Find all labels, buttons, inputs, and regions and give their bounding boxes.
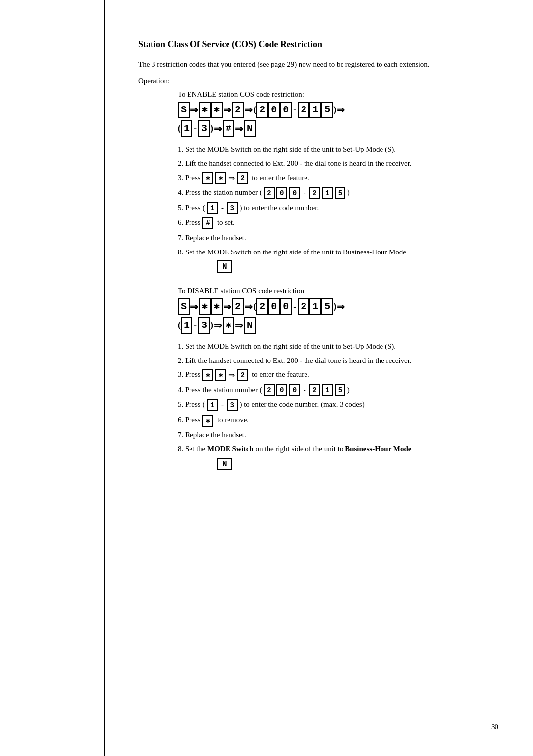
page-number: 30 [491,723,498,731]
left-border [104,0,105,756]
key-star-dis1: ✱ [202,369,213,381]
key-3-d: 3 [198,317,210,334]
key-star-e1: ✱ [202,172,213,184]
key-1-d: 1 [181,317,192,334]
key-1b: 1 [181,120,192,137]
key-0b: 0 [280,102,292,118]
disable-label: To DISABLE station COS code restriction [178,287,474,295]
dis-step-8: 8. Set the MODE Switch on the right side… [178,443,474,455]
dis-step-2: 2. Lift the handset connected to Ext. 20… [178,355,474,366]
mode-n-enable: N [217,260,474,273]
key-2c: 2 [298,102,309,118]
disable-key-sequence: S ⇒ ✱ ✱ ⇒ 2 ⇒ ( 2 0 0 - 2 1 5 ) ⇒ [178,298,474,334]
step-5: 5. Press ( 1 - 3 ) to enter the code num… [178,202,474,215]
key-2-dis: 2 [237,369,248,381]
dis-step-7: 7. Replace the handset. [178,430,474,441]
content: Station Class Of Service (COS) Code Rest… [138,39,474,470]
key-5-d: 5 [321,298,333,315]
intro-text: The 3 restriction codes that you entered… [138,59,474,70]
key-5-dis-s: 5 [335,384,345,396]
key-1-d: 1 [309,298,321,315]
dis-step-6: 6. Press ✱ to remove. [178,414,474,427]
mode-n-disable: N [217,458,474,470]
key-0a: 0 [268,102,280,118]
key-star-dis2: ✱ [215,369,226,381]
key-2a: 2 [232,102,244,118]
key-star1: ✱ [199,102,211,118]
key-3a: 3 [198,120,210,137]
key-1-dis-c: 1 [207,399,218,411]
key-5-s: 5 [335,187,345,199]
key-0-d1: 0 [268,298,280,315]
dis-step-5: 5. Press ( 1 - 3 ) to enter the code num… [178,399,474,411]
key-2-s: 2 [264,187,275,199]
step-6: 6. Press # to set. [178,217,474,229]
disable-steps: 1. Set the MODE Switch on the right side… [178,341,474,470]
operation-label: Operation: [138,77,474,85]
enable-label: To ENABLE station COS code restriction: [178,90,474,99]
step-7: 7. Replace the handset. [178,232,474,244]
dis-step-1: 1. Set the MODE Switch on the right side… [178,341,474,352]
key-2-d: 2 [232,298,244,315]
key-3-c: 3 [227,202,238,214]
key-2-dis-s2: 2 [309,384,320,396]
key-hash: # [223,120,234,137]
key-2-d3: 2 [298,298,309,315]
step-1: 1. Set the MODE Switch on the right side… [178,144,474,155]
key-0-d2: 0 [280,298,292,315]
key-1-c: 1 [207,202,218,214]
key-2-dis-s: 2 [264,384,275,396]
key-3-dis-c: 3 [227,399,238,411]
key-n-enable: N [217,260,232,273]
key-star-dis-r: ✱ [202,415,213,427]
step-4: 4. Press the station number ( 2 0 0 - 2 … [178,187,474,199]
key-n-disable: N [217,458,232,470]
key-5a: 5 [321,102,333,118]
key-star-e2: ✱ [215,172,226,184]
key-0-s1: 0 [276,187,287,199]
page-title: Station Class Of Service (COS) Code Rest… [138,39,474,50]
dis-step-3: 3. Press ✱ ✱ ⇒ 2 to enter the feature. [178,369,474,381]
key-2-d2: 2 [256,298,268,315]
key-star2: ✱ [211,102,223,118]
key-1-dis-s: 1 [322,384,333,396]
step-3: 3. Press ✱ ✱ ⇒ 2 to enter the feature. [178,172,474,184]
key-star-d3: ✱ [223,317,234,334]
key-hash-e: # [202,217,213,229]
key-n: N [244,120,256,137]
enable-section: To ENABLE station COS code restriction: … [138,90,474,274]
enable-key-sequence: S ⇒ ✱ ✱ ⇒ 2 ⇒ ( 2 0 0 - 2 1 5 ) ⇒ [178,102,474,137]
enable-steps: 1. Set the MODE Switch on the right side… [178,144,474,274]
key-1-s: 1 [322,187,333,199]
key-1a: 1 [309,102,321,118]
key-n-d: N [244,317,256,334]
key-2b: 2 [256,102,268,118]
dis-step-4: 4. Press the station number ( 2 0 0 - 2 … [178,384,474,396]
key-star-d2: ✱ [211,298,223,315]
key-0-dis-s2: 0 [289,384,300,396]
key-0-s2: 0 [289,187,300,199]
key-s: S [178,102,190,118]
key-2-s2: 2 [309,187,320,199]
step-8: 8. Set the MODE Switch on the right side… [178,247,474,258]
disable-section: To DISABLE station COS code restriction … [138,287,474,470]
key-s-d: S [178,298,190,315]
key-0-dis-s1: 0 [276,384,287,396]
key-2-e: 2 [237,172,248,184]
page: Station Class Of Service (COS) Code Rest… [0,0,533,756]
step-2: 2. Lift the handset connected to Ext. 20… [178,158,474,169]
key-star-d1: ✱ [199,298,211,315]
